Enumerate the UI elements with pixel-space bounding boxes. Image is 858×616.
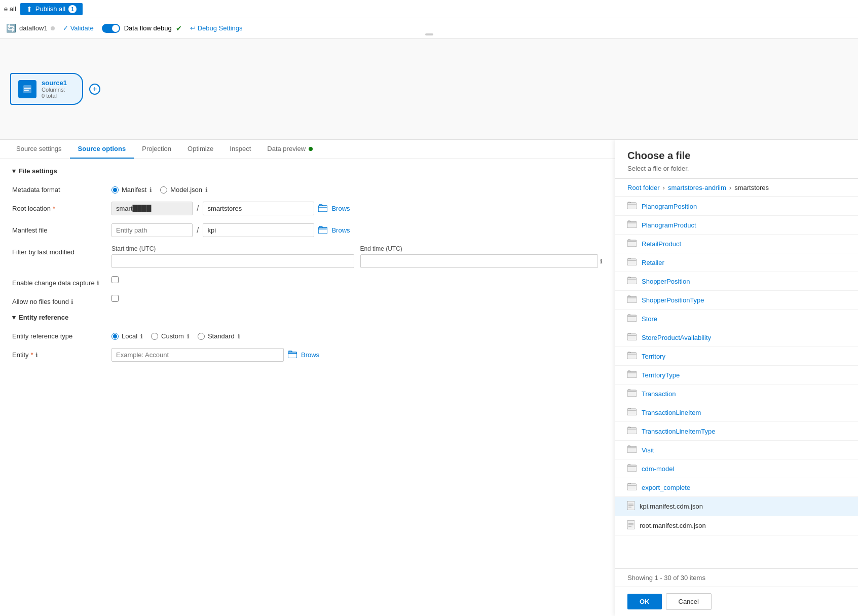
standard-radio[interactable]: [198, 333, 205, 340]
folder-item[interactable]: Store: [615, 310, 858, 328]
folder-name: Retailer: [642, 259, 664, 266]
folder-name: TransactionLineItemType: [642, 428, 715, 435]
file-settings-section-header[interactable]: ▾ File settings: [12, 167, 603, 175]
model-json-info-icon[interactable]: ℹ: [205, 186, 208, 194]
folder-item[interactable]: TransactionLineItemType: [615, 422, 858, 441]
model-json-radio[interactable]: [160, 186, 167, 194]
custom-option[interactable]: Custom ℹ: [151, 332, 190, 340]
svg-rect-6: [627, 240, 637, 247]
file-chooser-panel: Choose a file Select a file or folder. R…: [615, 140, 858, 616]
folder-item[interactable]: Transaction: [615, 384, 858, 403]
folder-icon: [627, 426, 637, 436]
file-item[interactable]: root.manifest.cdm.json: [615, 516, 858, 535]
entity-browse-button[interactable]: [288, 349, 297, 361]
root-location-browse-button[interactable]: [318, 203, 327, 214]
unsaved-indicator: [51, 26, 55, 30]
entity-info-icon[interactable]: ℹ: [35, 352, 38, 359]
breadcrumb-smartstores-andriim[interactable]: smartstores-andriim: [668, 184, 726, 191]
add-node-button[interactable]: +: [89, 84, 100, 95]
standard-option[interactable]: Standard ℹ: [198, 332, 240, 340]
folder-icon: [627, 295, 637, 305]
form-content: ▾ File settings Metadata format Manifest…: [0, 159, 615, 378]
folder-item[interactable]: cdm-model: [615, 459, 858, 478]
source-node-columns-value: 0 total: [42, 93, 67, 99]
tab-data-preview[interactable]: Data preview: [259, 140, 321, 159]
local-option[interactable]: Local ℹ: [111, 332, 143, 340]
filter-control: Start time (UTC) End time (UTC) ℹ: [111, 245, 603, 268]
publish-all-button[interactable]: ⬆ Publish all 1: [20, 3, 83, 15]
allow-no-files-label: Allow no files found ℹ: [12, 295, 103, 305]
validate-label: Validate: [70, 24, 94, 32]
standard-info-icon[interactable]: ℹ: [238, 333, 240, 340]
allow-no-files-info-icon[interactable]: ℹ: [71, 298, 73, 305]
folder-item[interactable]: ShopperPosition: [615, 272, 858, 291]
folder-icon: [627, 351, 637, 361]
root-path2-input[interactable]: [203, 202, 314, 215]
dataflow-title: dataflow1: [19, 24, 48, 32]
breadcrumb-root[interactable]: Root folder: [627, 184, 660, 191]
filter-row: Filter by last modified Start time (UTC)…: [12, 245, 603, 268]
folder-item[interactable]: TerritoryType: [615, 366, 858, 384]
debug-settings-button[interactable]: ↩ Debug Settings: [190, 24, 243, 32]
folder-item[interactable]: ShopperPositionType: [615, 291, 858, 310]
validate-button[interactable]: ✓ Validate: [63, 24, 94, 32]
folder-item[interactable]: StoreProductAvailability: [615, 328, 858, 347]
svg-rect-0: [23, 85, 31, 93]
start-time-input[interactable]: [111, 254, 354, 268]
enable-cdc-checkbox[interactable]: [111, 276, 119, 283]
entity-input[interactable]: [111, 348, 284, 362]
allow-no-files-checkbox[interactable]: [111, 295, 119, 302]
source-node[interactable]: source1 Columns: 0 total: [10, 73, 83, 105]
ok-button[interactable]: OK: [627, 594, 662, 609]
tab-projection[interactable]: Projection: [134, 140, 179, 159]
cancel-button[interactable]: Cancel: [666, 593, 712, 610]
model-json-option[interactable]: Model.json ℹ: [160, 186, 208, 194]
local-info-icon[interactable]: ℹ: [140, 333, 143, 340]
manifest-browse-button[interactable]: [318, 224, 327, 236]
entity-path-row: Brows: [111, 348, 603, 362]
custom-radio[interactable]: [151, 333, 158, 340]
collapse-icon-2: ▾: [12, 314, 16, 321]
debug-settings-label: Debug Settings: [198, 24, 243, 32]
debug-label: Data flow debug: [124, 24, 172, 32]
manifest-radio[interactable]: [111, 186, 119, 194]
entity-reference-section-header[interactable]: ▾ Entity reference: [12, 314, 603, 321]
folder-name: Visit: [642, 446, 654, 454]
manifest-option[interactable]: Manifest ℹ: [111, 186, 152, 194]
drag-handle[interactable]: [425, 33, 433, 35]
cdc-info-icon[interactable]: ℹ: [97, 280, 99, 287]
manifest-file-control: / Brows: [111, 223, 603, 237]
manifest-info-icon[interactable]: ℹ: [150, 186, 152, 194]
svg-rect-18: [627, 465, 637, 472]
manifest-path2-input[interactable]: [203, 223, 314, 237]
end-time-input[interactable]: [360, 254, 599, 268]
filter-label: Filter by last modified: [12, 245, 103, 256]
folder-name: RetailProduct: [642, 240, 681, 248]
folder-item[interactable]: PlanogramPosition: [615, 197, 858, 216]
tab-source-settings[interactable]: Source settings: [8, 140, 70, 159]
manifest-path-row: / Brows: [111, 223, 603, 237]
tab-optimize[interactable]: Optimize: [179, 140, 221, 159]
manifest-path1-input[interactable]: [111, 223, 193, 237]
folder-item[interactable]: TransactionLineItem: [615, 403, 858, 422]
allow-no-files-control: [111, 295, 603, 303]
folder-icon: [627, 464, 637, 474]
entity-row: Entity * ℹ Brows: [12, 348, 603, 362]
folder-item[interactable]: Retailer: [615, 253, 858, 272]
end-time-info-icon[interactable]: ℹ: [600, 258, 603, 265]
file-item[interactable]: kpi.manifest.cdm.json: [615, 497, 858, 516]
root-path1-input[interactable]: [111, 202, 193, 215]
folder-item[interactable]: Visit: [615, 441, 858, 459]
local-radio[interactable]: [111, 333, 119, 340]
tab-source-options[interactable]: Source options: [70, 140, 134, 159]
folder-item[interactable]: RetailProduct: [615, 235, 858, 253]
folder-item[interactable]: export_complete: [615, 478, 858, 497]
debug-toggle[interactable]: [102, 24, 120, 33]
folder-item[interactable]: Territory: [615, 347, 858, 366]
custom-info-icon[interactable]: ℹ: [187, 333, 190, 340]
folder-item[interactable]: PlanogramProduct: [615, 216, 858, 235]
svg-rect-15: [627, 409, 637, 415]
publish-badge: 1: [68, 5, 77, 13]
tab-inspect[interactable]: Inspect: [221, 140, 259, 159]
svg-rect-5: [627, 221, 637, 228]
